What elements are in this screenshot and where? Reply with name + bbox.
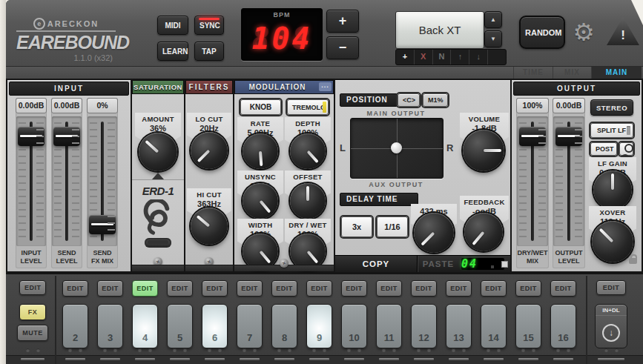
- pad-6[interactable]: 6: [202, 304, 228, 348]
- master-fx-button[interactable]: FX: [19, 304, 46, 320]
- hi-cut-knob[interactable]: [191, 208, 228, 245]
- bpm-increase-button[interactable]: +: [326, 10, 359, 33]
- stereo-link-button[interactable]: [619, 142, 633, 156]
- preset-up-button[interactable]: ▲: [484, 11, 502, 28]
- lo-cut-knob[interactable]: [191, 132, 228, 169]
- erd1-handle[interactable]: [145, 238, 171, 248]
- lock-icon: [629, 258, 637, 264]
- pad-5-edit-button[interactable]: EDIT: [167, 280, 193, 297]
- sync-button[interactable]: SYNC: [194, 16, 224, 35]
- pad-12[interactable]: 12: [411, 304, 437, 348]
- pad-4-edit-button[interactable]: EDIT: [132, 280, 158, 297]
- output-level-handle[interactable]: [555, 127, 582, 146]
- position-xy-pad[interactable]: [350, 118, 443, 179]
- pad-4[interactable]: 4: [132, 304, 158, 348]
- pad-7[interactable]: 7: [237, 304, 263, 348]
- indl-edit-button[interactable]: EDIT: [596, 280, 626, 295]
- pad-column-3: EDIT3: [97, 274, 123, 364]
- unsync-knob[interactable]: [243, 183, 278, 219]
- position-dot[interactable]: [391, 142, 402, 153]
- copy-button[interactable]: COPY: [335, 256, 417, 272]
- pad-14[interactable]: 14: [481, 304, 507, 348]
- preset-display[interactable]: Back XT: [395, 11, 484, 49]
- pad-13-edit-button[interactable]: EDIT: [446, 280, 472, 297]
- pad-3-edit-button[interactable]: EDIT: [97, 280, 123, 297]
- master-mute-button[interactable]: MUTE: [17, 325, 48, 341]
- width-knob[interactable]: [243, 234, 278, 269]
- midi-button[interactable]: MIDI: [157, 16, 188, 35]
- stereo-link-icon: [624, 144, 633, 153]
- master-edit-button[interactable]: EDIT: [19, 280, 46, 295]
- stereo-button[interactable]: STEREO: [590, 99, 633, 116]
- feedback-knob[interactable]: [464, 213, 503, 251]
- lf-gain-knob[interactable]: [593, 171, 632, 209]
- host-window-edge: [0, 0, 6, 364]
- pad-11-edit-button[interactable]: EDIT: [376, 280, 402, 297]
- preset-prev-button[interactable]: ↑: [451, 50, 469, 64]
- send-fx-mix-handle[interactable]: [89, 215, 116, 234]
- pad-13[interactable]: 13: [446, 304, 472, 348]
- offset-knob[interactable]: [290, 183, 326, 219]
- pad-6-edit-button[interactable]: EDIT: [202, 280, 228, 297]
- pad-10[interactable]: 10: [341, 304, 367, 348]
- input-header: INPUT: [9, 82, 129, 96]
- pad-9-edit-button[interactable]: EDIT: [306, 280, 332, 297]
- pad-column-7: EDIT7: [237, 274, 263, 364]
- post-button[interactable]: POST: [590, 142, 617, 156]
- pad-11[interactable]: 11: [376, 304, 402, 348]
- dry-wet-mix-handle[interactable]: [519, 127, 546, 146]
- gear-icon[interactable]: ⚙: [570, 19, 597, 45]
- delay-mult-button[interactable]: 3x: [341, 216, 372, 237]
- main-output-label: MAIN OUTPUT: [350, 110, 442, 117]
- tremolo-mode-button[interactable]: TREMOLO: [287, 99, 329, 115]
- position-center-button[interactable]: <C>: [398, 93, 420, 107]
- delay-time-knob[interactable]: [414, 213, 454, 253]
- volume-knob[interactable]: [463, 130, 504, 171]
- pad-3[interactable]: 3: [97, 304, 123, 348]
- pad-10-edit-button[interactable]: EDIT: [341, 280, 367, 297]
- tab-time[interactable]: TIME: [513, 67, 553, 79]
- pad-14-edit-button[interactable]: EDIT: [481, 280, 507, 297]
- rate-knob[interactable]: [243, 133, 278, 169]
- pad-7-edit-button[interactable]: EDIT: [237, 280, 263, 297]
- input-level-handle[interactable]: [18, 127, 44, 146]
- tab-mix[interactable]: MIX: [553, 67, 591, 79]
- modulation-menu-button[interactable]: ...: [319, 82, 332, 91]
- random-button[interactable]: RANDOM: [519, 16, 565, 49]
- pad-5[interactable]: 5: [167, 304, 193, 348]
- pad-2[interactable]: 2: [62, 304, 88, 348]
- pad-2-leds: [62, 348, 88, 352]
- pad-15[interactable]: 15: [515, 304, 541, 348]
- dry-wet-knob[interactable]: [290, 234, 326, 269]
- delay-division-button[interactable]: 1/16: [377, 216, 408, 237]
- pad-16-edit-button[interactable]: EDIT: [550, 280, 576, 297]
- pad-9[interactable]: 9: [306, 304, 332, 348]
- paste-button[interactable]: PASTE: [418, 256, 459, 272]
- preset-next-button[interactable]: ↓: [469, 50, 488, 64]
- split-lf-button[interactable]: SPLIT LF: [590, 123, 633, 138]
- bpm-decrease-button[interactable]: −: [326, 36, 359, 59]
- position-mono-button[interactable]: M1%: [423, 93, 448, 107]
- resize-grip[interactable]: [501, 261, 508, 268]
- preset-rename-button[interactable]: N: [433, 50, 452, 64]
- pad-15-edit-button[interactable]: EDIT: [515, 280, 541, 297]
- tap-button[interactable]: TAP: [194, 42, 224, 61]
- pad-2-edit-button[interactable]: EDIT: [62, 280, 88, 297]
- warning-icon[interactable]: !: [607, 17, 639, 45]
- preset-add-button[interactable]: +: [396, 50, 415, 64]
- preset-delete-button[interactable]: X: [415, 50, 433, 64]
- xover-knob[interactable]: [592, 221, 633, 262]
- in-dl-button[interactable]: IN+DL ↓: [595, 304, 627, 348]
- pad-8[interactable]: 8: [271, 304, 297, 348]
- pad-12-leds: [411, 348, 437, 352]
- tab-main[interactable]: MAIN: [591, 67, 642, 79]
- pad-8-edit-button[interactable]: EDIT: [271, 280, 297, 297]
- knob-mode-button[interactable]: KNOB: [240, 99, 281, 115]
- pad-16[interactable]: 16: [550, 304, 576, 348]
- pad-12-edit-button[interactable]: EDIT: [411, 280, 437, 297]
- depth-knob[interactable]: [290, 133, 326, 169]
- amount-knob[interactable]: [139, 133, 177, 171]
- learn-button[interactable]: LEARN: [157, 42, 188, 61]
- preset-down-button[interactable]: ▼: [484, 30, 502, 47]
- send-level-handle[interactable]: [53, 127, 80, 146]
